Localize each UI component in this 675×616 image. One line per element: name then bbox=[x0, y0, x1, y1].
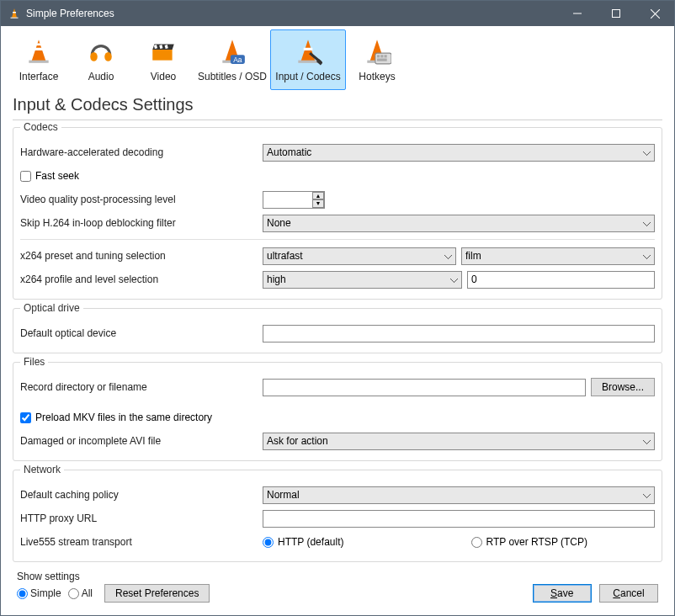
app-icon bbox=[8, 7, 21, 20]
svg-rect-31 bbox=[385, 55, 387, 57]
titlebar: Simple Preferences bbox=[1, 1, 674, 26]
svg-rect-4 bbox=[613, 10, 620, 18]
tab-input-codecs-label: Input / Codecs bbox=[275, 71, 340, 82]
x264-profile-label: x264 profile and level selection bbox=[20, 273, 263, 285]
cancel-button[interactable]: Cancel bbox=[599, 584, 658, 603]
close-button[interactable] bbox=[635, 1, 674, 26]
preload-mkv-checkbox[interactable] bbox=[20, 412, 31, 423]
svg-rect-13 bbox=[152, 50, 172, 61]
spinner-up-icon[interactable]: ▲ bbox=[312, 192, 324, 200]
svg-text:Aa: Aa bbox=[233, 56, 242, 64]
group-optical-legend: Optical drive bbox=[20, 302, 83, 314]
window-title: Simple Preferences bbox=[26, 8, 558, 19]
headphones-icon bbox=[87, 37, 115, 66]
svg-point-11 bbox=[90, 52, 98, 61]
cone-icon bbox=[24, 37, 53, 66]
live555-label: Live555 stream transport bbox=[20, 536, 263, 548]
svg-rect-1 bbox=[13, 12, 16, 13]
input-codecs-icon bbox=[294, 37, 322, 66]
preload-mkv-label: Preload MKV files in the same directory bbox=[35, 412, 212, 423]
fast-seek-label: Fast seek bbox=[35, 170, 79, 182]
group-codecs: Codecs Hardware-accelerated decoding Aut… bbox=[13, 127, 662, 300]
optical-default-select[interactable] bbox=[263, 325, 655, 343]
group-files: Files Record directory or filename Brows… bbox=[13, 362, 662, 461]
x264-level-input[interactable] bbox=[467, 271, 655, 289]
x264-profile-select[interactable]: high bbox=[263, 271, 462, 289]
heading-separator bbox=[13, 119, 662, 120]
show-settings-group: Show settings Simple All Reset Preferenc… bbox=[17, 571, 210, 603]
tab-video[interactable]: Video bbox=[132, 29, 194, 90]
cache-select[interactable]: Normal bbox=[263, 486, 655, 504]
show-all-radio[interactable]: All bbox=[68, 587, 93, 599]
group-codecs-legend: Codecs bbox=[20, 121, 61, 133]
group-network: Network Default caching policy Normal HT… bbox=[13, 470, 662, 562]
x264-preset-select[interactable]: ultrafast bbox=[263, 247, 456, 265]
svg-rect-23 bbox=[304, 48, 313, 50]
hw-decode-select[interactable]: Automatic bbox=[263, 144, 655, 162]
svg-rect-10 bbox=[29, 61, 48, 63]
group-optical: Optical drive Default optical device bbox=[13, 308, 662, 353]
category-tabs: Interface Audio Video Aa Subtitles / OSD… bbox=[1, 26, 674, 90]
record-dir-label: Record directory or filename bbox=[20, 381, 263, 393]
svg-rect-8 bbox=[35, 48, 44, 50]
hotkeys-icon bbox=[363, 37, 391, 66]
avi-select[interactable]: Ask for action bbox=[263, 433, 655, 450]
subtitles-icon: Aa bbox=[218, 37, 247, 66]
minimize-button[interactable] bbox=[558, 1, 597, 26]
codecs-separator bbox=[20, 239, 655, 240]
x264-tune-select[interactable]: film bbox=[461, 247, 655, 265]
postproc-label: Video quality post-processing level bbox=[20, 194, 263, 205]
proxy-label: HTTP proxy URL bbox=[20, 512, 263, 524]
spinner-buttons[interactable]: ▲▼ bbox=[312, 192, 324, 208]
tab-video-label: Video bbox=[151, 71, 176, 82]
group-files-legend: Files bbox=[20, 356, 48, 368]
skip-h264-label: Skip H.264 in-loop deblocking filter bbox=[20, 217, 263, 229]
svg-point-12 bbox=[104, 52, 112, 61]
show-settings-label: Show settings bbox=[17, 571, 210, 582]
optical-default-label: Default optical device bbox=[20, 327, 263, 339]
tab-interface-label: Interface bbox=[19, 71, 59, 82]
tab-subtitles-label: Subtitles / OSD bbox=[198, 71, 267, 82]
save-button[interactable]: Save bbox=[533, 584, 592, 603]
clapperboard-icon bbox=[149, 37, 178, 66]
svg-rect-2 bbox=[11, 18, 19, 19]
hw-decode-label: Hardware-accelerated decoding bbox=[20, 146, 263, 158]
avi-label: Damaged or incomplete AVI file bbox=[20, 435, 263, 447]
spinner-down-icon[interactable]: ▼ bbox=[312, 199, 324, 208]
x264-preset-label: x264 preset and tuning selection bbox=[20, 250, 263, 262]
tab-hotkeys-label: Hotkeys bbox=[359, 71, 395, 82]
show-simple-radio[interactable]: Simple bbox=[17, 587, 61, 599]
record-dir-input[interactable] bbox=[263, 379, 586, 396]
svg-rect-24 bbox=[298, 61, 317, 63]
tab-input-codecs[interactable]: Input / Codecs bbox=[270, 29, 346, 90]
svg-rect-30 bbox=[380, 55, 383, 57]
live555-http-radio[interactable]: HTTP (default) bbox=[263, 536, 343, 548]
svg-rect-9 bbox=[36, 43, 41, 45]
tab-audio-label: Audio bbox=[88, 71, 114, 82]
skip-h264-select[interactable]: None bbox=[263, 215, 655, 232]
svg-rect-29 bbox=[377, 55, 380, 57]
tab-hotkeys[interactable]: Hotkeys bbox=[346, 29, 408, 90]
live555-rtp-radio[interactable]: RTP over RTSP (TCP) bbox=[471, 536, 587, 548]
cache-label: Default caching policy bbox=[20, 489, 263, 501]
tab-subtitles[interactable]: Aa Subtitles / OSD bbox=[194, 29, 270, 90]
svg-rect-32 bbox=[377, 59, 387, 61]
maximize-button[interactable] bbox=[597, 1, 635, 26]
fast-seek-checkbox[interactable] bbox=[20, 171, 31, 182]
tab-audio[interactable]: Audio bbox=[70, 29, 132, 90]
reset-preferences-button[interactable]: Reset Preferences bbox=[104, 584, 210, 603]
proxy-input[interactable] bbox=[263, 510, 655, 528]
group-network-legend: Network bbox=[20, 464, 64, 475]
page-title: Input & Codecs Settings bbox=[1, 90, 674, 118]
tab-interface[interactable]: Interface bbox=[8, 29, 70, 90]
browse-button[interactable]: Browse... bbox=[591, 378, 655, 396]
bottom-bar: Show settings Simple All Reset Preferenc… bbox=[0, 562, 675, 616]
